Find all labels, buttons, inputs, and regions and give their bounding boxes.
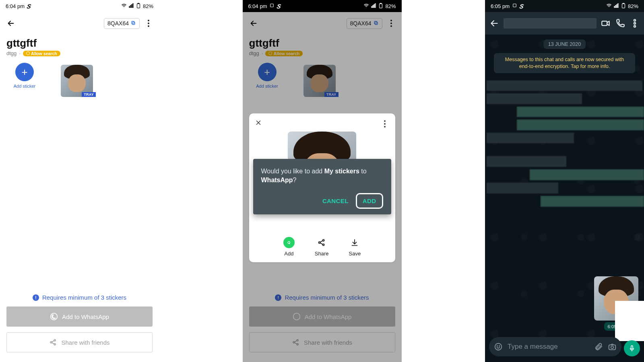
svg-rect-3: [132, 21, 134, 23]
cropped-corner: [615, 301, 644, 341]
wifi-icon: [363, 3, 369, 10]
phone-screen-1: 6:04 pm S 82%: [0, 0, 159, 362]
signal-icon: [371, 3, 376, 10]
status-bar: 6:04 pm S 82%: [243, 0, 402, 12]
sheet-share-button[interactable]: Share: [315, 237, 329, 257]
add-sticker-label: Add sticker: [14, 84, 35, 88]
download-icon: [349, 237, 360, 248]
add-sticker-button[interactable]: +: [15, 63, 34, 81]
svg-point-31: [611, 346, 613, 348]
svg-point-25: [634, 23, 636, 24]
allow-search-pill[interactable]: Allow search: [23, 51, 60, 56]
sheet-save-button[interactable]: Save: [349, 237, 361, 257]
tray-badge: TRAY: [82, 92, 96, 97]
battery-icon: [621, 3, 626, 10]
close-button[interactable]: [255, 119, 264, 128]
dialog-cancel-button[interactable]: CANCEL: [322, 197, 349, 204]
input-placeholder: Type a message: [508, 343, 589, 351]
emoji-button[interactable]: [494, 342, 503, 351]
share-with-friends-button[interactable]: Share with friends: [6, 332, 153, 352]
brand-icon: S: [277, 3, 282, 10]
svg-rect-8: [270, 4, 274, 7]
wifi-icon: [606, 3, 612, 10]
signal-icon: [128, 3, 134, 10]
pack-code-text: 8QAX64: [107, 20, 129, 27]
screenshot-icon: [269, 3, 275, 9]
svg-rect-32: [631, 346, 633, 349]
copy-icon: [130, 20, 136, 27]
phone-screen-3: 6:05 pm S 82%: [485, 0, 644, 362]
attach-button[interactable]: [594, 342, 603, 351]
svg-rect-23: [602, 21, 607, 26]
sheet-add-button[interactable]: Add: [283, 237, 295, 257]
status-bar: 6:05 pm S 82%: [485, 0, 644, 12]
battery-icon: [378, 3, 384, 10]
status-bar: 6:04 pm S 82%: [0, 0, 159, 12]
camera-button[interactable]: [608, 342, 617, 351]
mic-send-button[interactable]: [624, 340, 640, 356]
svg-rect-0: [137, 4, 140, 8]
redacted-messages: [485, 80, 644, 144]
app-topbar: 8QAX64: [0, 12, 159, 35]
share-icon: [316, 237, 327, 248]
svg-rect-1: [138, 3, 139, 4]
dialog-message: Would you like to add My stickers to Wha…: [261, 167, 383, 184]
brand-icon: S: [26, 3, 32, 10]
pack-title: gttgftf: [0, 35, 159, 49]
add-to-whatsapp-button[interactable]: Add to WhatsApp: [6, 306, 153, 327]
dialog-add-button[interactable]: ADD: [356, 193, 383, 209]
date-separator: 13 JUNE 2020: [543, 39, 586, 49]
battery-percent: 82%: [385, 3, 396, 9]
chat-title-redacted[interactable]: [504, 18, 597, 29]
battery-icon: [136, 3, 141, 10]
sheet-overflow-menu[interactable]: [380, 120, 390, 128]
svg-point-24: [634, 19, 636, 21]
pack-code[interactable]: 8QAX64: [104, 18, 140, 29]
encryption-notice[interactable]: Messages to this chat and calls are now …: [494, 53, 635, 73]
sticker-thumbnail[interactable]: TRAY: [59, 63, 95, 99]
status-time: 6:05 pm: [491, 3, 510, 9]
svg-rect-22: [623, 3, 624, 4]
svg-rect-9: [380, 4, 382, 8]
svg-rect-10: [380, 3, 382, 4]
status-time: 6:04 pm: [248, 3, 267, 9]
svg-rect-30: [609, 345, 616, 350]
confirm-dialog: Would you like to add My stickers to Wha…: [253, 159, 391, 214]
back-button[interactable]: [5, 17, 17, 29]
brand-icon: S: [519, 3, 524, 10]
battery-percent: 82%: [628, 3, 638, 9]
wifi-icon: [121, 3, 127, 10]
battery-percent: 82%: [143, 3, 153, 9]
svg-rect-20: [513, 4, 516, 7]
message-input[interactable]: Type a message: [489, 337, 621, 356]
requirement-notice: ! Requires minimum of 3 stickers: [6, 294, 153, 301]
back-button[interactable]: [489, 18, 500, 29]
svg-point-27: [495, 343, 502, 350]
overflow-menu[interactable]: [143, 20, 154, 27]
share-icon: [49, 338, 57, 346]
svg-rect-21: [622, 4, 625, 8]
signal-icon: [613, 3, 619, 10]
info-icon: !: [33, 294, 39, 301]
whatsapp-icon: [283, 237, 295, 248]
chat-header: [485, 12, 644, 35]
screenshot-icon: [512, 3, 517, 9]
status-time: 6:04 pm: [6, 3, 25, 9]
svg-point-29: [499, 346, 500, 346]
phone-screen-2: 6:04 pm S 82%: [243, 0, 402, 362]
whatsapp-icon: [50, 313, 58, 321]
pack-author: dtgg: [6, 50, 17, 56]
overflow-menu[interactable]: [630, 18, 640, 29]
video-call-button[interactable]: [601, 18, 611, 29]
svg-point-26: [634, 25, 636, 27]
voice-call-button[interactable]: [615, 18, 625, 29]
svg-point-28: [497, 346, 497, 346]
redacted-messages: [485, 155, 644, 208]
svg-rect-2: [132, 22, 135, 24]
